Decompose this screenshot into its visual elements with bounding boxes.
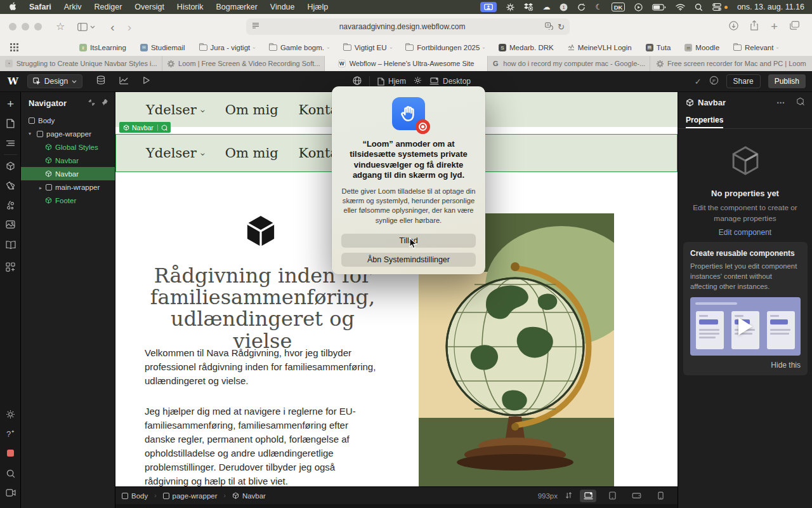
battery-icon[interactable] (652, 4, 666, 11)
menu-safari[interactable]: Safari (23, 3, 58, 11)
tab-forum[interactable]: ◔Struggling to Create Unique Navbar Styl… (0, 56, 162, 71)
tree-item-page-wrapper[interactable]: ▾page-wrapper (21, 127, 115, 140)
webflow-logo[interactable]: W (8, 76, 18, 87)
allow-button[interactable]: Tillad (341, 234, 476, 248)
breakpoint-mobile-portrait-button[interactable] (652, 490, 669, 502)
video-tutorials-icon[interactable] (0, 489, 21, 497)
spotlight-search-icon[interactable] (695, 3, 703, 11)
pages-icon[interactable] (0, 119, 21, 128)
components-icon[interactable] (0, 161, 21, 171)
nav-link-ydelser[interactable]: Ydelser› (146, 102, 205, 117)
bookmark-medarb-drk[interactable]: SMedarb. DRK (499, 44, 554, 51)
breadcrumb-navbar[interactable]: Navbar (232, 492, 266, 500)
zoom-search-icon[interactable] (0, 469, 21, 478)
bookmark-folder-relevant[interactable]: Relevant› (733, 44, 778, 51)
bookmark-itslearning[interactable]: ilItsLearning (79, 44, 126, 51)
control-center-icon[interactable] (712, 3, 721, 11)
loom-menubar-icon[interactable]: 1 (560, 3, 568, 11)
back-button[interactable]: ‹ (110, 21, 114, 33)
wifi-icon[interactable] (676, 4, 685, 11)
cms-icon[interactable] (96, 76, 105, 87)
address-bar[interactable]: navaraadgivning.design.webflow.com A ↻ (246, 18, 570, 35)
recording-indicator-icon[interactable] (0, 450, 21, 457)
open-system-settings-button[interactable]: Åbn Systemindstillinger (341, 253, 476, 267)
forward-button[interactable]: › (128, 21, 131, 33)
preview-icon[interactable] (143, 76, 150, 87)
style-swatches-icon[interactable] (0, 181, 21, 190)
downloads-icon[interactable] (729, 21, 738, 33)
tutorial-video-thumbnail[interactable] (690, 297, 801, 356)
menu-historik[interactable]: Historik (171, 3, 210, 11)
menu-hjaelp[interactable]: Hjælp (301, 3, 335, 11)
share-icon[interactable] (750, 20, 759, 33)
breadcrumb-page-wrapper[interactable]: page-wrapper (163, 492, 218, 500)
sync-icon[interactable] (577, 3, 586, 11)
page-selector[interactable]: Hjem (377, 77, 406, 86)
reader-icon[interactable] (252, 22, 259, 31)
bookmark-moodle[interactable]: mMoodle (684, 44, 719, 51)
more-options-icon[interactable]: ⋯ (776, 98, 785, 107)
menu-oversigt[interactable]: Oversigt (128, 3, 171, 11)
collapsed-chevron-icon[interactable]: ▾ (37, 185, 43, 190)
tree-item-body[interactable]: Body (21, 114, 115, 127)
window-controls[interactable] (9, 23, 42, 30)
breakpoint-selector[interactable]: Desktop (429, 77, 471, 86)
share-button[interactable]: Share (726, 74, 761, 88)
tree-item-global-styles[interactable]: Global Styles (21, 140, 115, 154)
screen-sharing-indicator-icon[interactable] (480, 2, 497, 12)
tree-item-navbar-2-selected[interactable]: Navbar (21, 167, 115, 180)
reload-icon[interactable]: ↻ (558, 22, 565, 32)
localization-globe-icon[interactable] (353, 76, 362, 87)
width-adjust-icon[interactable] (565, 491, 572, 500)
menu-bogmaerker[interactable]: Bogmærker (210, 3, 264, 11)
dropbox-paused-icon[interactable] (524, 3, 533, 11)
bookmark-folder-gamle[interactable]: Gamle bogm.› (269, 44, 329, 51)
breakpoint-mobile-landscape-button[interactable] (628, 490, 645, 502)
favorites-star-icon[interactable]: ☆ (56, 22, 65, 32)
breakpoint-tablet-button[interactable] (604, 490, 620, 502)
libraries-icon[interactable] (0, 241, 21, 249)
collapse-panel-icon[interactable] (88, 98, 95, 108)
menu-rediger[interactable]: Rediger (88, 3, 129, 11)
hide-promo-link[interactable]: Hide this (690, 361, 801, 370)
bookmark-folder-fortbildungen[interactable]: Fortbildungen 2025› (405, 44, 485, 51)
close-window-button[interactable] (9, 23, 16, 30)
canvas-width-value[interactable]: 993px (538, 492, 558, 500)
navigator-icon[interactable] (0, 140, 21, 147)
settings-gear-icon[interactable] (0, 410, 21, 419)
selection-badge[interactable]: Navbar (119, 122, 171, 133)
apple-menu-icon[interactable] (9, 2, 16, 13)
nav-link-om-mig[interactable]: Om mig (225, 145, 278, 161)
breadcrumb-body[interactable]: Body (122, 492, 148, 500)
pin-panel-icon[interactable] (102, 98, 108, 108)
apps-icon[interactable] (0, 262, 21, 272)
bookmarks-grid-icon[interactable] (10, 43, 18, 53)
component-actions-icon[interactable] (796, 97, 804, 107)
add-elements-icon[interactable]: + (0, 97, 21, 111)
comments-icon[interactable] (709, 76, 719, 88)
tree-item-footer[interactable]: Footer (21, 194, 115, 207)
bookmark-meinevlh[interactable]: MeineVLH Login (568, 44, 632, 52)
page-settings-gear-icon[interactable] (414, 76, 422, 86)
tab-loom-recording[interactable]: Loom | Free Screen & Video Recording Sof… (162, 56, 325, 71)
edit-component-link[interactable]: Edit component (719, 228, 771, 237)
help-icon[interactable]: ?✦ (0, 429, 21, 439)
input-source-indicator[interactable]: DK (612, 3, 625, 11)
bookmark-studiemail[interactable]: ✉Studiemail (140, 44, 185, 51)
edit-component-badge-icon[interactable] (157, 124, 171, 131)
play-button-icon[interactable] (738, 318, 752, 335)
icloud-icon[interactable]: ☁ (542, 3, 550, 11)
sidebar-toggle-icon[interactable] (77, 23, 95, 31)
settings-menu-icon[interactable] (506, 3, 514, 11)
breakpoint-desktop-button[interactable] (580, 490, 596, 502)
translate-icon[interactable]: A (545, 22, 553, 32)
variables-icon[interactable] (0, 201, 21, 210)
minimize-window-button[interactable] (22, 23, 29, 30)
expand-chevron-icon[interactable]: ▾ (29, 131, 34, 137)
nav-link-ydelser[interactable]: Ydelser› (146, 145, 205, 161)
assets-icon[interactable] (0, 220, 21, 229)
zoom-window-button[interactable] (34, 23, 42, 30)
tab-properties[interactable]: Properties (686, 112, 723, 128)
focus-moon-icon[interactable]: ☾ (595, 3, 602, 11)
bookmark-folder-jura[interactable]: Jura - vigtigt› (199, 44, 255, 51)
